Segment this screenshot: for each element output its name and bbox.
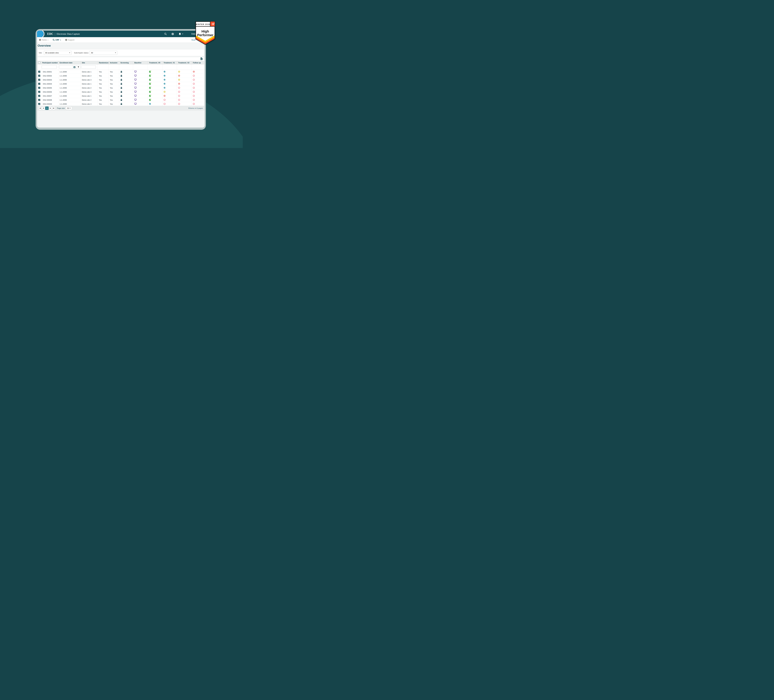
nav-item-study[interactable]: Stud	[191, 39, 195, 41]
status-monitor-icon[interactable]	[134, 91, 137, 93]
gear-icon[interactable]	[171, 33, 174, 35]
site-filter-dropdown[interactable]: All available sites	[44, 51, 71, 55]
status-locked-icon[interactable]	[121, 91, 122, 93]
row-checkbox[interactable]	[38, 87, 40, 89]
next-page-button[interactable]	[49, 106, 52, 110]
status-done-icon[interactable]	[164, 83, 165, 85]
column-header[interactable]: Enrollment date	[58, 61, 81, 64]
status-not-started-icon[interactable]	[193, 87, 195, 89]
previous-page-button[interactable]	[42, 106, 45, 110]
row-checkbox[interactable]	[38, 83, 40, 85]
select-all-checkbox[interactable]	[38, 61, 40, 64]
column-header[interactable]: Inclusion	[109, 61, 119, 64]
status-locked-icon[interactable]	[121, 87, 122, 89]
status-done-icon[interactable]	[164, 79, 165, 81]
status-monitor-icon[interactable]	[134, 79, 137, 81]
column-header[interactable]: Baseline	[133, 61, 148, 64]
calendar-icon[interactable]	[73, 66, 76, 69]
status-not-started-icon[interactable]	[178, 99, 180, 101]
table-row[interactable]: DS1-000011-1-2099Demo site 1YesYes	[38, 70, 204, 74]
subchapter-status-dropdown[interactable]: All	[89, 51, 117, 55]
row-checkbox[interactable]	[38, 75, 40, 77]
status-not-started-icon[interactable]	[178, 95, 180, 97]
notifications-menu[interactable]	[179, 33, 183, 35]
status-form-edited-icon[interactable]	[149, 83, 151, 85]
participant-filter-input[interactable]	[41, 65, 57, 69]
status-not-started-icon[interactable]	[193, 103, 195, 105]
status-monitor-icon[interactable]	[134, 95, 137, 97]
site-filter-input[interactable]	[81, 65, 96, 69]
status-monitor-icon[interactable]	[134, 87, 137, 89]
status-not-started-icon[interactable]	[164, 103, 165, 105]
table-row[interactable]: DS3-000091-1-2099Demo site 3YesYes	[38, 102, 204, 106]
status-locked-icon[interactable]	[121, 103, 122, 105]
database-menu[interactable]: Data	[191, 31, 195, 37]
status-monitor-icon[interactable]	[134, 83, 137, 85]
status-in-progress-icon[interactable]	[178, 79, 180, 81]
nav-item-home[interactable]: ⌂ Home	[39, 39, 48, 41]
status-form-edited-icon[interactable]	[149, 91, 151, 93]
status-monitor-icon[interactable]	[134, 99, 137, 101]
column-header[interactable]: Screening	[119, 61, 133, 64]
status-not-started-icon[interactable]	[178, 103, 180, 105]
status-failed-icon[interactable]	[178, 75, 180, 77]
status-locked-icon[interactable]	[121, 99, 122, 101]
status-in-progress-icon[interactable]	[164, 91, 165, 93]
status-done-icon[interactable]	[149, 103, 151, 105]
table-row[interactable]: DS3-000061-1-2099Demo site 3YesYes	[38, 90, 204, 94]
table-row[interactable]: DS2-000021-1-2099Demo site 2YesYes	[38, 74, 204, 78]
row-checkbox[interactable]	[38, 71, 40, 73]
status-not-started-icon[interactable]	[164, 99, 165, 101]
status-form-edited-icon[interactable]	[149, 71, 151, 73]
search-icon[interactable]	[164, 33, 167, 35]
column-header[interactable]: Follow up	[192, 61, 204, 64]
status-failed-icon[interactable]	[193, 71, 195, 73]
table-row[interactable]: DS2-000081-1-2099Demo site 2YesYes	[38, 98, 204, 102]
bell-icon[interactable]	[179, 33, 181, 35]
enrollment-date-filter-input[interactable]	[59, 66, 73, 69]
status-monitor-icon[interactable]	[134, 74, 137, 77]
status-locked-icon[interactable]	[121, 71, 122, 73]
status-not-started-icon[interactable]	[178, 87, 180, 89]
status-done-icon[interactable]	[164, 87, 165, 89]
column-header[interactable]: Site	[81, 61, 98, 64]
status-not-started-icon[interactable]	[178, 91, 180, 93]
row-checkbox[interactable]	[38, 99, 40, 101]
status-not-started-icon[interactable]	[193, 79, 195, 81]
status-locked-icon[interactable]	[121, 83, 122, 85]
status-monitor-icon[interactable]	[134, 71, 137, 73]
column-header[interactable]: Treatment_V1	[162, 61, 177, 64]
table-row[interactable]: DS2-000051-1-2099Demo site 2YesYes	[38, 86, 204, 90]
status-not-started-icon[interactable]	[193, 91, 195, 93]
status-form-edited-icon[interactable]	[149, 87, 151, 89]
status-form-edited-icon[interactable]	[149, 99, 151, 101]
page-size-dropdown[interactable]: 50	[66, 106, 72, 110]
status-form-edited-icon[interactable]	[149, 74, 151, 77]
status-monitor-icon[interactable]	[134, 103, 137, 105]
status-done-icon[interactable]	[164, 75, 165, 77]
status-form-edited-icon[interactable]	[149, 79, 151, 81]
table-row[interactable]: DS1-000071-1-2099Demo site 1YesYes	[38, 94, 204, 98]
column-header[interactable]: Randomized	[98, 61, 109, 64]
current-page-button[interactable]: 1	[45, 106, 49, 110]
column-header[interactable]: Participant number	[41, 61, 58, 64]
row-checkbox[interactable]	[38, 103, 40, 105]
nav-item-support[interactable]: ? Support	[65, 39, 74, 41]
column-header[interactable]: Treatment_V2	[177, 61, 192, 64]
status-not-started-icon[interactable]	[193, 95, 195, 97]
row-checkbox[interactable]	[38, 91, 40, 93]
status-failed-icon[interactable]	[164, 95, 165, 97]
nav-item-crf[interactable]: CRF	[53, 39, 61, 41]
status-failed-icon[interactable]	[178, 83, 180, 85]
status-in-progress-icon[interactable]	[178, 71, 180, 73]
status-locked-icon[interactable]	[121, 74, 122, 77]
first-page-button[interactable]	[39, 106, 41, 110]
table-row[interactable]: DS3-000031-1-2099Demo site 3YesYes	[38, 78, 204, 82]
status-done-icon[interactable]	[164, 71, 165, 73]
row-checkbox[interactable]	[38, 95, 40, 97]
status-locked-icon[interactable]	[121, 95, 122, 97]
table-row[interactable]: DS1-000041-1-2099Demo site 1YesYes	[38, 82, 204, 86]
status-locked-icon[interactable]	[121, 79, 122, 81]
filter-funnel-icon[interactable]	[76, 66, 81, 69]
status-not-started-icon[interactable]	[193, 99, 195, 101]
